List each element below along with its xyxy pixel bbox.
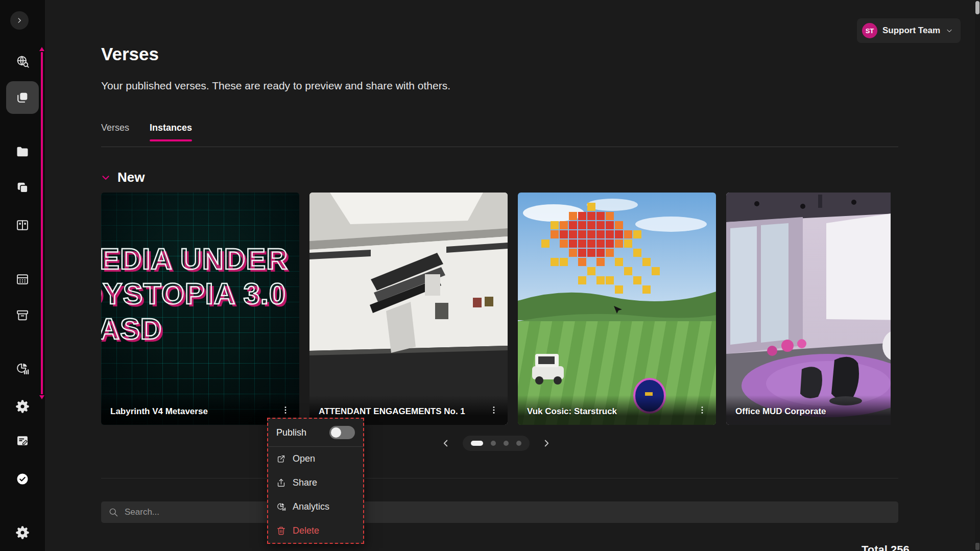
tabs: Verses Instances [101, 123, 192, 140]
app-root: ST Support Team Verses Your published ve… [0, 0, 980, 551]
window-scrollbar-bottom [975, 543, 979, 550]
pagination-dots [463, 436, 530, 451]
thumbnail-art-text: MEDIA UNDER DYSTOPIA 3.0 ASD [101, 242, 299, 346]
sidebar-item-forms[interactable] [10, 428, 35, 453]
section-header-new[interactable]: New [100, 170, 145, 185]
kebab-icon [489, 405, 499, 415]
menu-item-delete[interactable]: Delete [268, 519, 363, 543]
card-thumbnail [726, 193, 891, 425]
pagination-prev-button[interactable] [440, 438, 451, 449]
tab-active-underline [150, 139, 192, 141]
share-icon [276, 478, 286, 488]
card-menu-button[interactable] [695, 402, 710, 418]
sidebar-item-verses[interactable] [10, 85, 35, 110]
carousel-pagination [101, 436, 891, 451]
external-link-icon [276, 454, 286, 464]
content-scrollbar[interactable] [41, 47, 43, 399]
scrollbar-arrow-up-icon [39, 47, 44, 51]
search-bar [101, 501, 898, 523]
card-context-menu: Publish Open Share Analytics Delete [267, 418, 364, 544]
card-title: Vuk Cosic: Starstruck [527, 406, 617, 418]
card-title: Labyrinth V4 Metaverse [110, 406, 208, 418]
sidebar-item-preferences[interactable] [10, 520, 35, 545]
pagination-next-button[interactable] [541, 438, 552, 449]
menu-item-open[interactable]: Open [268, 447, 363, 471]
chevron-down-icon [945, 27, 953, 35]
sidebar-item-boards[interactable] [10, 213, 35, 237]
toggle-knob [331, 427, 341, 438]
verse-card-attendant[interactable]: ATTENDANT ENGAGEMENTS No. 1 [309, 193, 508, 425]
total-count: Total 256 [862, 543, 910, 551]
calendar-icon [15, 272, 30, 286]
card-footer: Vuk Cosic: Starstruck [518, 395, 716, 425]
pagination-dot-3[interactable] [504, 441, 509, 446]
sidebar-item-files[interactable] [10, 139, 35, 164]
verse-card-office[interactable]: Office MUD Corporate [726, 193, 891, 425]
section-divider [101, 478, 898, 478]
user-menu[interactable]: ST Support Team [857, 18, 961, 43]
tabs-divider [101, 147, 898, 147]
card-menu-button[interactable] [278, 402, 293, 418]
menu-item-share[interactable]: Share [268, 471, 363, 495]
expand-sidebar-button[interactable] [10, 11, 29, 30]
card-thumbnail [309, 193, 508, 425]
sidebar-item-settings[interactable] [10, 394, 35, 419]
pagination-dot-4[interactable] [516, 441, 521, 446]
scrollbar-thumb [41, 52, 43, 394]
chevron-left-icon [440, 438, 451, 449]
kebab-icon [280, 405, 291, 415]
chevron-right-icon [15, 16, 24, 25]
search-input[interactable] [125, 507, 891, 517]
publish-toggle[interactable] [329, 426, 355, 439]
page-title: Verses [101, 44, 159, 64]
pie-chart-icon [276, 502, 286, 512]
user-name: Support Team [882, 26, 940, 36]
card-thumbnail: MEDIA UNDER DYSTOPIA 3.0 ASD [101, 193, 299, 425]
card-title: ATTENDANT ENGAGEMENTS No. 1 [319, 406, 465, 418]
chevron-down-icon [100, 172, 111, 183]
tab-verses[interactable]: Verses [101, 123, 129, 140]
verse-card-labyrinth[interactable]: MEDIA UNDER DYSTOPIA 3.0 ASD Labyrinth V… [101, 193, 299, 425]
chevron-right-icon [541, 438, 552, 449]
stack-icon [15, 180, 30, 195]
layout-icon [15, 218, 30, 232]
card-menu-button[interactable] [486, 402, 501, 418]
pagination-dot-1[interactable] [471, 441, 483, 446]
scrollbar-arrow-down-icon [39, 395, 44, 399]
pagination-dot-2[interactable] [491, 441, 496, 446]
search-icon [108, 507, 118, 517]
sidebar-item-archive[interactable] [10, 303, 35, 328]
sidebar-item-collections[interactable] [10, 175, 35, 200]
kebab-icon [697, 405, 707, 415]
card-footer: Office MUD Corporate [726, 395, 891, 425]
globe-search-icon [15, 54, 30, 68]
avatar: ST [862, 23, 877, 38]
check-circle-icon [15, 472, 30, 486]
card-thumbnail [518, 193, 716, 425]
gear-icon [15, 399, 30, 414]
sidebar-item-analytics[interactable] [10, 356, 35, 381]
menu-item-analytics[interactable]: Analytics [268, 495, 363, 519]
card-title: Office MUD Corporate [735, 406, 826, 418]
gear-icon [15, 525, 30, 540]
sidebar-item-tasks[interactable] [10, 467, 35, 491]
cards-carousel: MEDIA UNDER DYSTOPIA 3.0 ASD Labyrinth V… [101, 193, 891, 425]
page-subtitle: Your published verses. These are ready t… [101, 80, 450, 92]
tab-instances[interactable]: Instances [150, 123, 192, 140]
section-label: New [117, 170, 145, 185]
menu-item-publish[interactable]: Publish [268, 419, 363, 446]
window-scrollbar[interactable] [975, 0, 980, 551]
archive-icon [15, 308, 30, 323]
sidebar [0, 0, 45, 551]
window-scrollbar-thumb[interactable] [975, 1, 979, 14]
trash-icon [276, 526, 286, 536]
sidebar-item-discover[interactable] [10, 49, 35, 74]
form-icon [15, 434, 30, 448]
pie-chart-icon [15, 362, 30, 376]
verse-card-starstruck[interactable]: Vuk Cosic: Starstruck [518, 193, 716, 425]
layers-icon [15, 90, 30, 105]
sidebar-item-schedule[interactable] [10, 267, 35, 292]
folder-icon [15, 145, 30, 159]
